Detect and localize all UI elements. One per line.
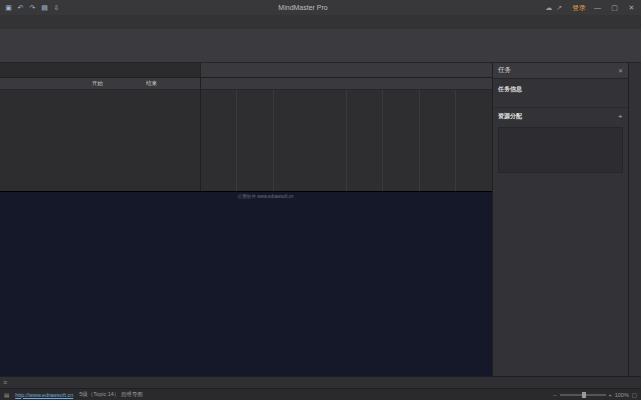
task-panel-title: 任务 xyxy=(498,66,511,75)
redo-icon[interactable]: ↷ xyxy=(28,4,37,12)
gantt-col-task xyxy=(0,78,92,89)
resource-list-box[interactable] xyxy=(498,127,623,173)
gantt-timeline xyxy=(200,78,492,191)
zoom-level: 100% xyxy=(615,392,629,398)
gantt-table: 开始 结束 xyxy=(0,78,200,191)
topic-hyperlink[interactable]: http://www.edrawsoft.cn xyxy=(15,392,73,398)
maximize-button[interactable]: ▢ xyxy=(609,4,620,12)
gantt-view: 开始 结束 xyxy=(0,77,492,191)
mindmap-canvas[interactable]: 亿图软件 www.edrawsoft.cn xyxy=(0,191,492,376)
status-info: 5级（Topic 14） 思维导图 xyxy=(79,391,143,398)
main-area: 开始 结束 亿图软件 www.edrawsoft.cn xyxy=(0,63,641,376)
titlebar-icons: ☁↗ xyxy=(545,4,566,12)
zoom-in-button[interactable]: + xyxy=(609,392,612,398)
resource-section-title: 资源分配 xyxy=(498,112,522,121)
print-icon[interactable]: ▤ xyxy=(40,4,49,12)
color-palette-bar: ≡ xyxy=(0,376,641,388)
zoom-controls: − + 100% ▢ xyxy=(553,392,637,398)
login-button[interactable]: 登录 xyxy=(572,3,586,13)
gantt-col-start: 开始 xyxy=(92,78,146,89)
right-sidebar-strip xyxy=(628,63,641,376)
save-icon[interactable]: ▣ xyxy=(4,4,13,12)
fullscreen-icon[interactable]: ▢ xyxy=(632,392,637,398)
gantt-table-header: 开始 结束 xyxy=(0,78,200,90)
app-window: ▣↶↷▤⇩ MindMaster Pro ☁↗ 登录 — ▢ ✕ 开始 xyxy=(0,0,641,400)
titlebar-right: ☁↗ 登录 — ▢ ✕ xyxy=(545,3,637,13)
task-panel: 任务 ✕ 任务信息 资源分配 ＋ xyxy=(492,63,628,376)
gantt-chart-body[interactable] xyxy=(201,90,492,191)
add-resource-button[interactable]: ＋ xyxy=(617,112,623,121)
page-icon: ▤ xyxy=(4,392,9,398)
zoom-out-button[interactable]: − xyxy=(553,392,556,398)
menu-bar xyxy=(0,15,641,29)
undo-icon[interactable]: ↶ xyxy=(16,4,25,12)
zoom-slider[interactable] xyxy=(560,394,606,396)
gantt-rows xyxy=(0,90,200,191)
status-bar: ▤ http://www.edrawsoft.cn 5级（Topic 14） 思… xyxy=(0,388,641,400)
gantt-col-end: 结束 xyxy=(146,78,200,89)
cloud-icon[interactable]: ☁ xyxy=(545,4,552,11)
minimize-button[interactable]: — xyxy=(592,4,603,11)
task-info-section-title: 任务信息 xyxy=(493,79,628,97)
close-button[interactable]: ✕ xyxy=(626,4,637,12)
mindmap-branches xyxy=(0,192,492,376)
document-tab-row xyxy=(0,63,492,77)
ribbon-toolbar xyxy=(0,29,641,63)
zoom-slider-thumb[interactable] xyxy=(582,392,586,398)
export-icon[interactable]: ⇩ xyxy=(52,4,61,12)
titlebar: ▣↶↷▤⇩ MindMaster Pro ☁↗ 登录 — ▢ ✕ xyxy=(0,0,641,15)
panel-close-icon[interactable]: ✕ xyxy=(618,67,623,74)
gantt-day-header xyxy=(201,78,492,90)
document-area: 开始 结束 亿图软件 www.edrawsoft.cn xyxy=(0,63,492,376)
resource-section: 资源分配 ＋ xyxy=(493,107,628,125)
gantt-date-scale xyxy=(200,63,492,77)
share-icon[interactable]: ↗ xyxy=(556,4,562,11)
quick-access-toolbar: ▣↶↷▤⇩ xyxy=(4,4,61,12)
window-title: MindMaster Pro xyxy=(61,4,545,11)
task-panel-header: 任务 ✕ xyxy=(493,63,628,79)
document-tabs xyxy=(0,63,200,77)
palette-handle-icon[interactable]: ≡ xyxy=(3,379,7,386)
